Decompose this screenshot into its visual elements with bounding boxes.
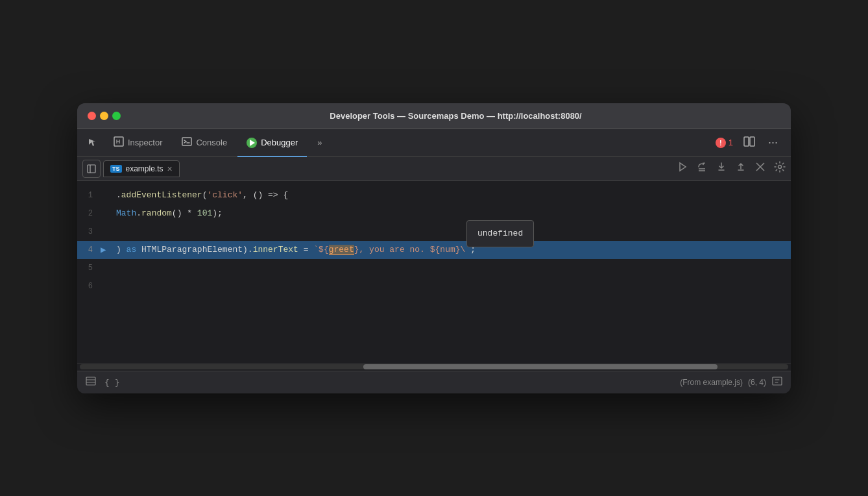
split-view-icon[interactable] xyxy=(741,134,758,151)
svg-rect-4 xyxy=(88,165,95,173)
code-line-4: 4 ▶ ) as HTMLParagraphElement).innerText… xyxy=(77,241,791,259)
devtools-window: Developer Tools — Sourcemaps Demo — http… xyxy=(77,103,791,393)
svg-rect-11 xyxy=(773,377,782,385)
code-line-1: 1 .addEventListener('click', () => { xyxy=(77,186,791,205)
resume-button[interactable] xyxy=(677,161,688,176)
source-panel: TS example.ts × xyxy=(77,157,791,393)
tab-debugger[interactable]: Debugger xyxy=(237,130,307,157)
inspector-icon xyxy=(114,136,124,149)
step-in-button[interactable] xyxy=(716,161,727,176)
tabbar-right: ! 1 ··· xyxy=(710,129,786,156)
ts-badge: TS xyxy=(110,165,122,173)
titlebar: Developer Tools — Sourcemaps Demo — http… xyxy=(77,103,791,129)
code-line-3: 3 undefined xyxy=(77,223,791,241)
source-toolbar-left: TS example.ts × xyxy=(82,160,674,178)
source-toolbar-right xyxy=(677,161,786,176)
svg-rect-3 xyxy=(750,137,754,146)
step-over-button[interactable] xyxy=(696,161,708,176)
breakpoint-arrow: ▶ xyxy=(101,241,111,259)
sidebar-toggle[interactable] xyxy=(82,160,101,178)
close-button[interactable] xyxy=(88,112,96,120)
more-tabs-label: » xyxy=(317,138,322,147)
file-tab[interactable]: TS example.ts × xyxy=(103,160,180,177)
error-dot: ! xyxy=(716,138,726,148)
svg-point-7 xyxy=(778,166,782,169)
line-1-content: .addEventListener('click', () => { xyxy=(114,186,288,205)
code-line-5: 5 xyxy=(77,259,791,277)
debugger-icon xyxy=(247,138,257,148)
source-map-icon[interactable] xyxy=(771,375,783,390)
file-name: example.ts xyxy=(126,164,163,173)
jump-to-line-icon[interactable]: { } xyxy=(104,377,119,388)
error-count: 1 xyxy=(729,138,733,147)
settings-button[interactable] xyxy=(774,161,786,176)
file-close-icon[interactable]: × xyxy=(167,164,173,174)
bottom-bar: { } (From example.js) (6, 4) xyxy=(77,371,791,393)
svg-rect-2 xyxy=(744,137,749,146)
step-out-button[interactable] xyxy=(735,161,747,176)
source-toolbar: TS example.ts × xyxy=(77,157,791,181)
traffic-lights xyxy=(88,112,121,120)
cursor-position: (6, 4) xyxy=(748,378,766,387)
line-num-4: 4 xyxy=(77,241,101,259)
pretty-print-icon[interactable] xyxy=(85,375,97,390)
line-num-1: 1 xyxy=(77,186,101,205)
tab-more[interactable]: » xyxy=(308,130,331,157)
inspector-tab-label: Inspector xyxy=(128,138,162,147)
error-badge[interactable]: ! 1 xyxy=(716,138,733,148)
tab-console[interactable]: Console xyxy=(173,130,236,157)
code-editor[interactable]: 1 .addEventListener('click', () => { 2 M… xyxy=(77,181,791,363)
line-4-content: ) as HTMLParagraphElement).innerText = `… xyxy=(114,241,476,259)
tabbar: Inspector Console Debugger » ! 1 xyxy=(77,129,791,157)
window-title: Developer Tools — Sourcemaps Demo — http… xyxy=(131,111,780,121)
bottom-right: (From example.js) (6, 4) xyxy=(680,375,783,390)
overflow-menu-icon[interactable]: ··· xyxy=(766,134,780,151)
line-2-content: Math.random() * 101); xyxy=(114,205,223,223)
horizontal-scrollbar[interactable] xyxy=(77,363,791,371)
maximize-button[interactable] xyxy=(112,112,121,120)
pick-element-icon[interactable] xyxy=(82,129,103,156)
debugger-tab-label: Debugger xyxy=(261,138,298,147)
code-line-6: 6 xyxy=(77,277,791,295)
svg-rect-8 xyxy=(86,377,95,385)
source-file-info: (From example.js) xyxy=(680,378,743,387)
code-line-2: 2 Math.random() * 101); xyxy=(77,205,791,223)
line-num-2: 2 xyxy=(77,205,101,223)
console-tab-label: Console xyxy=(196,138,227,147)
line-num-3: 3 xyxy=(77,223,101,241)
scrollbar-thumb[interactable] xyxy=(363,364,717,369)
line-num-5: 5 xyxy=(77,259,101,277)
console-icon xyxy=(182,136,192,149)
deactivate-breakpoints-button[interactable] xyxy=(754,161,766,176)
scrollbar-track[interactable] xyxy=(80,364,788,369)
minimize-button[interactable] xyxy=(100,112,108,120)
bottom-left: { } xyxy=(85,375,119,390)
tab-inspector[interactable]: Inspector xyxy=(104,130,171,157)
line-num-6: 6 xyxy=(77,277,101,295)
